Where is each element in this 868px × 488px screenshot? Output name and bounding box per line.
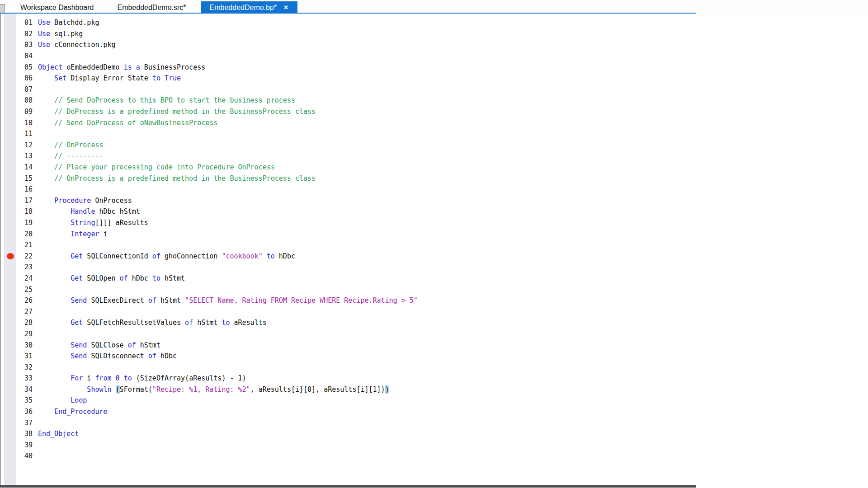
line-number: 20 [16, 230, 33, 238]
code-line[interactable]: 19String[][] aResults [5, 217, 868, 229]
tab-embeddeddemo-src[interactable]: EmbeddedDemo.src* [109, 1, 194, 14]
code-text: End_Procedure [38, 408, 108, 416]
code-line[interactable]: 39 [5, 440, 868, 451]
code-line[interactable]: 08// Send DoProcess to this BPO to start… [5, 95, 868, 106]
code-line[interactable]: 05Object oEmbeddedDemo is a BusinessProc… [5, 61, 868, 73]
editor-tab-bar: Workspace Dashboard EmbeddedDemo.src* Em… [0, 0, 868, 14]
line-number: 10 [16, 119, 33, 127]
code-line[interactable]: 36End_Procedure [5, 406, 868, 418]
code-line[interactable]: 13// --------- [5, 150, 868, 162]
application-window: Workspace Dashboard EmbeddedDemo.src* Em… [0, 0, 868, 488]
line-number: 31 [16, 352, 33, 360]
code-text: Showln (SFormat("Recipe: %1, Rating: %2"… [38, 385, 389, 394]
code-line[interactable]: 01Use Batchdd.pkg [5, 17, 868, 28]
code-text: Loop [38, 396, 87, 404]
code-line[interactable]: 22Get SQLConnectionId of ghoConnection "… [5, 250, 868, 262]
line-number: 12 [16, 141, 33, 149]
breakpoint-icon[interactable] [7, 253, 14, 259]
code-text: // OnProcess is a predefined method in t… [38, 174, 316, 183]
line-number: 30 [16, 341, 33, 349]
line-number: 26 [16, 296, 33, 305]
code-line[interactable]: 26Send SQLExecDirect of hStmt "SELECT Na… [5, 295, 868, 306]
code-line[interactable]: 33For i from 0 to (SizeOfArray(aResults)… [5, 373, 868, 384]
code-text: Use Batchdd.pkg [38, 19, 99, 27]
code-line[interactable]: 29 [5, 328, 868, 340]
tab-workspace-dashboard[interactable]: Workspace Dashboard [12, 1, 102, 14]
line-number: 25 [16, 286, 33, 294]
code-line[interactable]: 23 [5, 262, 868, 273]
code-line[interactable]: 14// Place your processing code into Pro… [5, 162, 868, 173]
line-number: 05 [16, 63, 33, 71]
code-line[interactable]: 37 [5, 417, 868, 428]
code-line[interactable]: 09// DoProcess is a predefined method in… [5, 106, 868, 117]
line-number: 01 [16, 19, 33, 27]
code-text: Send SQLDisconnect of hDbc [38, 352, 177, 360]
tab-label: EmbeddedDemo.src* [117, 4, 186, 12]
code-line[interactable]: 30Send SQLClose of hStmt [5, 339, 868, 351]
code-text: Send SQLClose of hStmt [38, 341, 160, 349]
code-line[interactable]: 31Send SQLDisconnect of hDbc [5, 351, 868, 362]
code-line[interactable]: 32 [5, 361, 868, 373]
code-line[interactable]: 21 [5, 239, 868, 251]
line-number: 13 [16, 152, 33, 160]
code-line[interactable]: 28Get SQLFetchResultsetValues of hStmt t… [5, 317, 868, 328]
code-area[interactable]: 01Use Batchdd.pkg02Use sql.pkg03Use cCon… [0, 14, 868, 462]
code-text: Set Display_Error_State to True [38, 74, 181, 82]
line-number: 37 [16, 419, 33, 427]
code-text: Use cConnection.pkg [38, 41, 116, 49]
close-icon[interactable]: ✕ [283, 5, 288, 10]
code-line[interactable]: 34Showln (SFormat("Recipe: %1, Rating: %… [5, 384, 868, 395]
code-line[interactable]: 18Handle hDbc hStmt [5, 206, 868, 217]
line-number: 02 [16, 30, 33, 38]
line-number: 33 [16, 374, 33, 382]
code-text: Use sql.pkg [38, 30, 83, 38]
line-number: 19 [16, 219, 33, 227]
code-line[interactable]: 27 [5, 306, 868, 317]
bottom-window-edge [0, 485, 696, 488]
code-line[interactable]: 17Procedure OnProcess [5, 195, 868, 206]
line-number: 29 [16, 330, 33, 338]
code-line[interactable]: 40 [5, 450, 868, 462]
code-text: Get SQLOpen of hDbc to hStmt [38, 274, 185, 282]
breakpoint-margin[interactable] [5, 253, 16, 259]
tab-scroll-stub[interactable] [0, 4, 5, 13]
code-line[interactable]: 04 [5, 51, 868, 62]
code-line[interactable]: 20Integer i [5, 228, 868, 239]
tab-label: EmbeddedDemo.bp* [210, 4, 277, 12]
code-line[interactable]: 35Loop [5, 395, 868, 406]
line-number: 34 [16, 385, 33, 394]
line-number: 28 [16, 319, 33, 327]
code-text: // Place your processing code into Proce… [38, 163, 275, 171]
line-number: 14 [16, 163, 33, 171]
code-line[interactable]: 06Set Display_Error_State to True [5, 73, 868, 84]
code-line[interactable]: 02Use sql.pkg [5, 28, 868, 40]
code-line[interactable]: 03Use cConnection.pkg [5, 39, 868, 51]
tab-embeddeddemo-bp[interactable]: EmbeddedDemo.bp* ✕ [201, 1, 297, 14]
code-line[interactable]: 38End_Object [5, 428, 868, 440]
line-number: 24 [16, 274, 33, 282]
line-number: 36 [16, 408, 33, 416]
code-line[interactable]: 10// Send DoProcess of oNewBusinessProce… [5, 117, 868, 128]
line-number: 04 [16, 52, 33, 60]
line-number: 38 [16, 430, 33, 438]
line-number: 16 [16, 185, 33, 193]
code-text: For i from 0 to (SizeOfArray(aResults) -… [38, 374, 246, 382]
code-editor[interactable]: 01Use Batchdd.pkg02Use sql.pkg03Use cCon… [0, 14, 868, 485]
line-number: 27 [16, 308, 33, 316]
tab-label: Workspace Dashboard [20, 4, 94, 12]
code-text: Handle hDbc hStmt [38, 207, 140, 216]
code-text: // Send DoProcess of oNewBusinessProcess [38, 119, 217, 127]
line-number: 08 [16, 96, 33, 104]
line-number: 40 [16, 452, 33, 460]
code-line[interactable]: 16 [5, 184, 868, 195]
code-line[interactable]: 12// OnProcess [5, 140, 868, 151]
code-line[interactable]: 15// OnProcess is a predefined method in… [5, 173, 868, 184]
code-text: Procedure OnProcess [38, 197, 132, 205]
code-line[interactable]: 11 [5, 128, 868, 140]
code-text: Get SQLFetchResultsetValues of hStmt to … [38, 319, 267, 327]
line-number: 15 [16, 174, 33, 183]
code-line[interactable]: 07 [5, 84, 868, 95]
code-text: Send SQLExecDirect of hStmt "SELECT Name… [38, 296, 418, 305]
code-line[interactable]: 25 [5, 284, 868, 295]
code-line[interactable]: 24Get SQLOpen of hDbc to hStmt [5, 273, 868, 284]
